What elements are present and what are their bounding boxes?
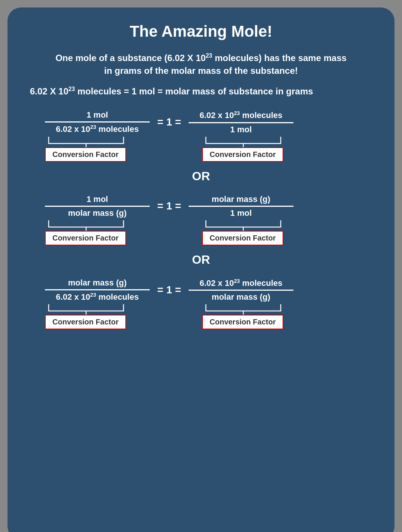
frac3-right-num: 6.02 x 1023 molecules (200, 278, 282, 290)
conversion-box-1b: Conversion Factor (202, 147, 283, 162)
below-item-right-2: Conversion Factor (202, 220, 307, 245)
below-row-2: Conversion Factor Conversion Factor (30, 220, 372, 245)
bracket-right-2 (202, 220, 284, 231)
below-row-1: Conversion Factor Conversion Factor (30, 137, 372, 162)
intro-text: One mole of a substance (6.02 X 1023 mol… (30, 52, 372, 77)
conversion-box-2a: Conversion Factor (45, 231, 126, 245)
conversion-box-3b: Conversion Factor (202, 315, 283, 329)
page-title: The Amazing Mole! (30, 22, 372, 40)
frac2-left-num: 1 mol (86, 194, 108, 206)
frac3-right-line (189, 290, 293, 291)
fraction-pair-1: 1 mol 6.02 x 1023 molecules = 1 = 6.02 x… (30, 110, 372, 134)
bracket-left-2 (45, 220, 127, 231)
frac1-right-den: 1 mol (230, 125, 252, 134)
section-2: 1 mol molar mass (g) = 1 = molar mass (g… (30, 194, 372, 245)
section-1: 1 mol 6.02 x 1023 molecules = 1 = 6.02 x… (30, 110, 372, 161)
fraction-pair-2: 1 mol molar mass (g) = 1 = molar mass (g… (30, 194, 372, 218)
frac2-left-line (45, 206, 150, 207)
below-item-left-2: Conversion Factor (45, 220, 150, 245)
right-fraction-1: 6.02 x 1023 molecules 1 mol (189, 110, 293, 134)
frac1-right-line (189, 122, 293, 123)
left-fraction-1: 1 mol 6.02 x 1023 molecules (45, 110, 150, 134)
below-item-left-3: Conversion Factor (45, 304, 150, 329)
conversion-box-3a: Conversion Factor (45, 315, 126, 329)
frac3-left-num: molar mass (g) (68, 278, 127, 289)
page: The Amazing Mole! One mole of a substanc… (7, 7, 395, 532)
frac2-right-num: molar mass (g) (212, 194, 271, 206)
frac2-right-den: 1 mol (230, 208, 252, 218)
bracket-left-3 (45, 304, 127, 315)
frac1-left-line (45, 121, 150, 123)
frac1-left-num: 1 mol (86, 110, 108, 121)
right-fraction-2: molar mass (g) 1 mol (189, 194, 293, 218)
frac1-left-den: 6.02 x 1023 molecules (56, 124, 138, 134)
equals-1: = 1 = (157, 116, 181, 128)
section-3: molar mass (g) 6.02 x 1023 molecules = 1… (30, 278, 372, 329)
frac3-left-den: 6.02 x 1023 molecules (56, 292, 138, 302)
fraction-pair-3: molar mass (g) 6.02 x 1023 molecules = 1… (30, 278, 372, 302)
below-item-left-1: Conversion Factor (45, 137, 150, 162)
or-divider-1: OR (30, 169, 372, 183)
left-fraction-3: molar mass (g) 6.02 x 1023 molecules (45, 278, 150, 302)
equation-line: 6.02 X 1023 molecules = 1 mol = molar ma… (30, 86, 372, 97)
below-item-right-3: Conversion Factor (202, 304, 307, 329)
bracket-right-1 (202, 137, 284, 147)
frac1-right-num: 6.02 x 1023 molecules (200, 110, 282, 122)
right-fraction-3: 6.02 x 1023 molecules molar mass (g) (189, 278, 293, 302)
frac3-left-line (45, 289, 150, 290)
bracket-left-1 (45, 137, 127, 147)
equals-2: = 1 = (157, 200, 181, 212)
below-row-3: Conversion Factor Conversion Factor (30, 304, 372, 329)
bracket-right-3 (202, 304, 284, 315)
left-fraction-2: 1 mol molar mass (g) (45, 194, 150, 218)
frac3-right-den: molar mass (g) (212, 292, 271, 302)
or-divider-2: OR (30, 253, 372, 267)
frac2-left-den: molar mass (g) (68, 208, 127, 218)
conversion-box-2b: Conversion Factor (202, 231, 283, 245)
conversion-box-1a: Conversion Factor (45, 147, 126, 162)
below-item-right-1: Conversion Factor (202, 137, 307, 162)
frac2-right-line (189, 206, 293, 207)
equals-3: = 1 = (157, 284, 181, 296)
